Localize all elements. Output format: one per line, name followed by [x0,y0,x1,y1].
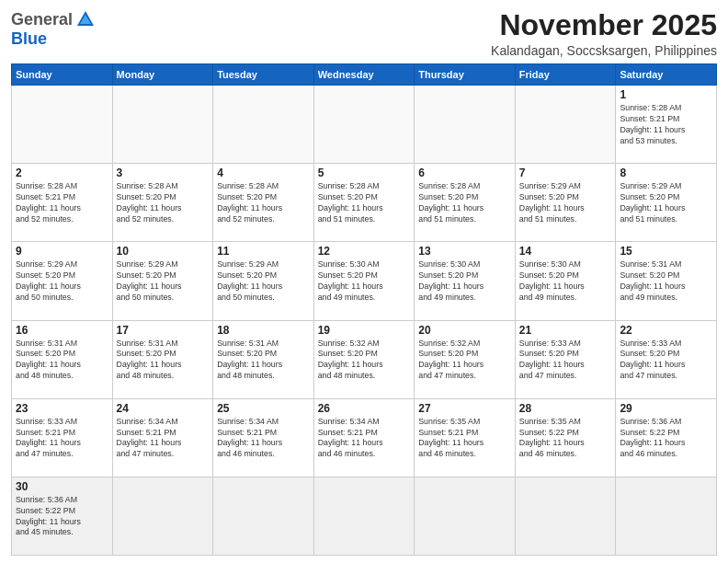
day-cell: 7Sunrise: 5:29 AMSunset: 5:20 PMDaylight… [515,164,616,242]
day-number: 2 [16,167,108,179]
day-cell: 16Sunrise: 5:31 AMSunset: 5:20 PMDayligh… [12,320,113,398]
day-cell [213,477,314,555]
day-cell [112,477,213,555]
day-number: 27 [418,402,511,415]
day-number: 18 [217,324,310,337]
day-number: 28 [519,402,612,415]
weekday-wednesday: Wednesday [313,64,415,86]
day-number: 4 [217,167,310,179]
day-cell: 17Sunrise: 5:31 AMSunset: 5:20 PMDayligh… [112,320,213,398]
day-cell [313,477,415,555]
day-cell: 11Sunrise: 5:29 AMSunset: 5:20 PMDayligh… [213,242,314,320]
day-number: 7 [519,167,612,179]
day-info: Sunrise: 5:33 AMSunset: 5:21 PMDaylight:… [16,417,108,461]
day-cell: 29Sunrise: 5:36 AMSunset: 5:22 PMDayligh… [616,398,717,477]
week-row-4: 23Sunrise: 5:33 AMSunset: 5:21 PMDayligh… [12,398,717,477]
day-number: 6 [418,167,511,179]
day-cell: 12Sunrise: 5:30 AMSunset: 5:20 PMDayligh… [313,242,415,320]
day-number: 20 [418,324,511,337]
day-info: Sunrise: 5:34 AMSunset: 5:21 PMDaylight:… [217,417,310,461]
day-cell: 2Sunrise: 5:28 AMSunset: 5:21 PMDaylight… [12,164,113,242]
day-cell: 21Sunrise: 5:33 AMSunset: 5:20 PMDayligh… [515,320,616,398]
day-cell [415,477,516,555]
day-info: Sunrise: 5:29 AMSunset: 5:20 PMDaylight:… [620,181,712,225]
day-number: 5 [318,167,411,179]
day-cell: 4Sunrise: 5:28 AMSunset: 5:20 PMDaylight… [213,164,314,242]
day-info: Sunrise: 5:31 AMSunset: 5:20 PMDaylight:… [620,259,712,304]
day-number: 8 [620,167,712,179]
day-cell: 8Sunrise: 5:29 AMSunset: 5:20 PMDaylight… [616,164,717,242]
month-title: November 2025 [491,9,717,41]
day-number: 21 [519,324,612,337]
logo-blue-text: Blue [11,29,47,49]
day-cell [616,477,717,555]
day-info: Sunrise: 5:33 AMSunset: 5:20 PMDaylight:… [519,339,612,383]
day-number: 29 [620,402,712,415]
day-info: Sunrise: 5:28 AMSunset: 5:20 PMDaylight:… [117,181,210,225]
day-info: Sunrise: 5:28 AMSunset: 5:20 PMDaylight:… [318,181,411,225]
day-cell: 19Sunrise: 5:32 AMSunset: 5:20 PMDayligh… [313,320,415,398]
day-info: Sunrise: 5:30 AMSunset: 5:20 PMDaylight:… [519,259,612,304]
day-info: Sunrise: 5:29 AMSunset: 5:20 PMDaylight:… [217,259,310,304]
day-number: 10 [117,245,210,258]
day-number: 22 [620,324,712,337]
day-cell: 6Sunrise: 5:28 AMSunset: 5:20 PMDaylight… [415,164,516,242]
day-info: Sunrise: 5:34 AMSunset: 5:21 PMDaylight:… [117,417,210,461]
day-cell: 3Sunrise: 5:28 AMSunset: 5:20 PMDaylight… [112,164,213,242]
day-info: Sunrise: 5:31 AMSunset: 5:20 PMDaylight:… [217,339,310,383]
day-number: 12 [318,245,411,258]
day-cell [112,86,213,164]
day-info: Sunrise: 5:31 AMSunset: 5:20 PMDaylight:… [117,339,210,383]
day-cell: 9Sunrise: 5:29 AMSunset: 5:20 PMDaylight… [12,242,113,320]
week-row-0: 1Sunrise: 5:28 AMSunset: 5:21 PMDaylight… [12,86,717,164]
day-cell: 24Sunrise: 5:34 AMSunset: 5:21 PMDayligh… [112,398,213,477]
day-cell: 30Sunrise: 5:36 AMSunset: 5:22 PMDayligh… [12,477,113,555]
day-number: 30 [16,480,108,493]
day-info: Sunrise: 5:34 AMSunset: 5:21 PMDaylight:… [318,417,411,461]
title-area: November 2025 Kalandagan, Soccsksargen, … [491,9,717,58]
weekday-thursday: Thursday [415,64,516,86]
day-number: 1 [620,88,712,101]
calendar-body: 1Sunrise: 5:28 AMSunset: 5:21 PMDaylight… [12,86,717,556]
day-info: Sunrise: 5:28 AMSunset: 5:21 PMDaylight:… [620,103,712,147]
day-number: 15 [620,245,712,258]
day-number: 3 [117,167,210,179]
day-info: Sunrise: 5:35 AMSunset: 5:21 PMDaylight:… [418,417,511,461]
day-number: 26 [318,402,411,415]
day-cell [515,477,616,555]
logo-general-text: General [11,10,73,29]
day-info: Sunrise: 5:30 AMSunset: 5:20 PMDaylight:… [418,259,511,304]
day-info: Sunrise: 5:28 AMSunset: 5:21 PMDaylight:… [16,181,108,225]
day-cell [213,86,314,164]
weekday-row: SundayMondayTuesdayWednesdayThursdayFrid… [12,64,717,86]
day-info: Sunrise: 5:32 AMSunset: 5:20 PMDaylight:… [418,339,511,383]
logo-icon [75,9,96,29]
day-number: 14 [519,245,612,258]
day-info: Sunrise: 5:36 AMSunset: 5:22 PMDaylight:… [16,495,108,539]
day-number: 11 [217,245,310,258]
day-info: Sunrise: 5:31 AMSunset: 5:20 PMDaylight:… [16,339,108,383]
day-cell: 26Sunrise: 5:34 AMSunset: 5:21 PMDayligh… [313,398,415,477]
week-row-5: 30Sunrise: 5:36 AMSunset: 5:22 PMDayligh… [12,477,717,555]
weekday-sunday: Sunday [12,64,113,86]
day-number: 16 [16,324,108,337]
calendar-table: SundayMondayTuesdayWednesdayThursdayFrid… [11,63,717,556]
day-cell [515,86,616,164]
day-info: Sunrise: 5:35 AMSunset: 5:22 PMDaylight:… [519,417,612,461]
day-info: Sunrise: 5:28 AMSunset: 5:20 PMDaylight:… [217,181,310,225]
day-cell: 20Sunrise: 5:32 AMSunset: 5:20 PMDayligh… [415,320,516,398]
day-cell: 18Sunrise: 5:31 AMSunset: 5:20 PMDayligh… [213,320,314,398]
location: Kalandagan, Soccsksargen, Philippines [491,43,717,58]
day-cell: 28Sunrise: 5:35 AMSunset: 5:22 PMDayligh… [515,398,616,477]
day-cell: 13Sunrise: 5:30 AMSunset: 5:20 PMDayligh… [415,242,516,320]
day-info: Sunrise: 5:36 AMSunset: 5:22 PMDaylight:… [620,417,712,461]
day-cell: 5Sunrise: 5:28 AMSunset: 5:20 PMDaylight… [313,164,415,242]
day-info: Sunrise: 5:32 AMSunset: 5:20 PMDaylight:… [318,339,411,383]
day-cell [313,86,415,164]
weekday-saturday: Saturday [616,64,717,86]
day-info: Sunrise: 5:29 AMSunset: 5:20 PMDaylight:… [519,181,612,225]
day-cell: 14Sunrise: 5:30 AMSunset: 5:20 PMDayligh… [515,242,616,320]
logo: General Blue [11,9,96,49]
day-number: 23 [16,402,108,415]
day-cell: 15Sunrise: 5:31 AMSunset: 5:20 PMDayligh… [616,242,717,320]
